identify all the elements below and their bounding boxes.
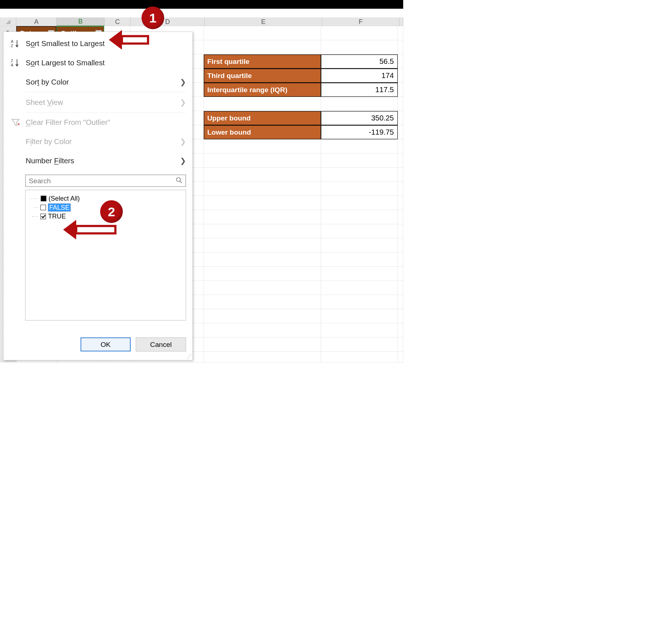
chevron-right-icon: ❯ bbox=[180, 98, 186, 106]
upper-bound-label[interactable]: Upper bound bbox=[204, 111, 321, 125]
lower-bound-label[interactable]: Lower bound bbox=[204, 125, 321, 139]
cell-F2[interactable] bbox=[321, 40, 398, 54]
annotation-arrow-1 bbox=[107, 28, 150, 52]
filter-by-color-label: Filter by Color bbox=[22, 137, 180, 146]
chevron-right-icon: ❯ bbox=[180, 156, 186, 165]
checkbox-checked-icon[interactable] bbox=[40, 214, 46, 220]
sort-ascending[interactable]: AZ Sort Smallest to Largest bbox=[4, 34, 193, 53]
checkbox-indeterminate-icon[interactable] bbox=[41, 196, 46, 201]
sort-ascending-label: Sort Smallest to Largest bbox=[22, 39, 186, 48]
cell-F1[interactable] bbox=[321, 26, 398, 40]
column-header-row: A B C D E F bbox=[0, 17, 403, 26]
number-filters-label: Number Filters bbox=[22, 156, 180, 165]
third-quartile-value[interactable]: 174 bbox=[321, 69, 398, 83]
col-header-F[interactable]: F bbox=[322, 17, 399, 26]
col-header-G-clip[interactable] bbox=[399, 17, 403, 26]
annotation-circle-2: 2 bbox=[100, 200, 123, 223]
sort-by-color[interactable]: Sort by Color ❯ bbox=[4, 72, 193, 91]
col-header-C[interactable]: C bbox=[105, 17, 131, 26]
filter-search-wrap bbox=[25, 175, 186, 187]
checkbox-unchecked-icon[interactable] bbox=[40, 205, 46, 210]
col-header-E[interactable]: E bbox=[205, 17, 322, 26]
filter-by-color: Filter by Color ❯ bbox=[4, 132, 193, 151]
svg-rect-5 bbox=[122, 36, 148, 44]
filter-dropdown-menu: AZ Sort Smallest to Largest ZA Sort Larg… bbox=[3, 32, 193, 360]
svg-text:Z: Z bbox=[11, 59, 13, 63]
lower-bound-value[interactable]: -119.75 bbox=[321, 125, 398, 139]
number-filters[interactable]: Number Filters ❯ bbox=[4, 151, 193, 170]
chevron-right-icon: ❯ bbox=[180, 78, 186, 86]
svg-text:A: A bbox=[11, 40, 13, 44]
tree-select-all-label: (Select All) bbox=[49, 195, 80, 202]
clear-filter-label: Clear Filter From "Outlier" bbox=[22, 118, 186, 127]
sort-descending-label: Sort Largest to Smallest bbox=[22, 58, 186, 67]
cell-E2[interactable] bbox=[204, 40, 321, 54]
top-black-bar bbox=[0, 0, 403, 9]
sort-descending-icon: ZA bbox=[9, 58, 22, 67]
menu-separator bbox=[25, 92, 186, 92]
svg-point-4 bbox=[176, 177, 180, 181]
resize-grip-icon[interactable]: ⋰ bbox=[187, 353, 191, 358]
cancel-button[interactable]: Cancel bbox=[136, 337, 186, 351]
iqr-value[interactable]: 117.5 bbox=[321, 83, 398, 97]
tree-false-label: FALSE bbox=[48, 204, 71, 212]
first-quartile-label[interactable]: First quartile bbox=[204, 54, 321, 69]
dialog-button-row: OK Cancel bbox=[81, 337, 186, 351]
svg-rect-6 bbox=[76, 226, 115, 233]
col-header-B[interactable]: B bbox=[57, 17, 105, 26]
ok-button[interactable]: OK bbox=[81, 337, 131, 351]
cell-G1[interactable] bbox=[398, 26, 403, 40]
filter-search-input[interactable] bbox=[25, 175, 186, 187]
sort-ascending-icon: AZ bbox=[9, 39, 22, 48]
formula-bar-area bbox=[0, 9, 403, 17]
svg-text:Z: Z bbox=[11, 44, 13, 48]
sort-descending[interactable]: ZA Sort Largest to Smallest bbox=[4, 53, 193, 72]
first-quartile-value[interactable]: 56.5 bbox=[321, 54, 398, 69]
search-icon bbox=[176, 177, 183, 185]
sort-by-color-label: Sort by Color bbox=[22, 78, 180, 86]
select-all-corner[interactable] bbox=[0, 17, 16, 26]
iqr-label[interactable]: Interquartile range (IQR) bbox=[204, 83, 321, 97]
col-header-A[interactable]: A bbox=[16, 17, 57, 26]
svg-text:A: A bbox=[11, 63, 13, 67]
upper-bound-value[interactable]: 350.25 bbox=[321, 111, 398, 125]
menu-separator bbox=[25, 112, 186, 112]
tree-select-all[interactable]: (Select All) bbox=[30, 195, 181, 202]
third-quartile-label[interactable]: Third quartile bbox=[204, 69, 321, 83]
cell-E1[interactable] bbox=[204, 26, 321, 40]
sheet-view: Sheet View ❯ bbox=[4, 93, 193, 112]
clear-filter: Clear Filter From "Outlier" bbox=[4, 113, 193, 132]
chevron-right-icon: ❯ bbox=[180, 137, 186, 146]
sheet-view-label: Sheet View bbox=[22, 98, 180, 106]
clear-filter-icon bbox=[9, 118, 22, 127]
annotation-circle-1: 1 bbox=[142, 7, 164, 29]
